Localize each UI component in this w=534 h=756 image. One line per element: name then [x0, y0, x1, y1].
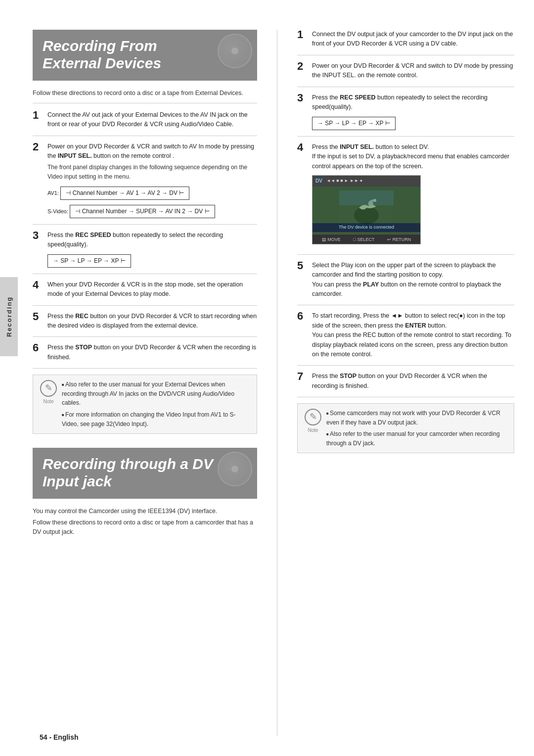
- left-column: Recording FromExternal Devices Follow th…: [33, 30, 257, 736]
- flow-sp: → SP → LP → EP → XP ⊢: [47, 252, 257, 268]
- dv-return: ↩ RETURN: [387, 236, 411, 243]
- note-label: Note: [39, 398, 58, 406]
- step-content: Press the REC SPEED button repeatedly to…: [312, 93, 514, 130]
- left-step-3: 3 Press the REC SPEED button repeatedly …: [33, 231, 257, 274]
- step-number: 3: [297, 92, 308, 130]
- dv-move: ▤ MOVE: [322, 236, 341, 243]
- right-step-1: 1 Connect the DV output jack of your cam…: [297, 30, 514, 55]
- page-footer: 54 - English: [40, 733, 79, 741]
- step-content: Power on your DVD Recorder & VCR and swi…: [47, 142, 257, 218]
- step-content: Connect the DV output jack of your camco…: [312, 30, 514, 49]
- step-number: 6: [33, 341, 44, 362]
- dv-select: □ SELECT: [354, 236, 375, 243]
- note-icon-right: ✎ Note: [304, 409, 322, 448]
- section2-intro2: Follow these directions to record onto a…: [33, 518, 257, 537]
- dv-bottom-bar: ▤ MOVE □ SELECT ↩ RETURN: [312, 234, 420, 244]
- section1-title: Recording FromExternal Devices: [43, 38, 247, 72]
- step-content: To start recording, Press the ◄► button …: [312, 311, 514, 359]
- dv-screen: DV ◄◄ ■ ■ ► ►► ●: [312, 175, 421, 244]
- right-note-box: ✎ Note Some camcorders may not work with…: [297, 403, 514, 453]
- note-item: Also refer to the user manual for your c…: [326, 429, 508, 448]
- dv-message: The DV device is connected: [312, 223, 420, 232]
- note-content-right: Some camcorders may not work with your D…: [326, 409, 508, 448]
- flow-sp-right: → SP → LP → EP → XP ⊢: [312, 114, 514, 130]
- flow-av1: AV1: ⊣ Channel Number → AV 1 → AV 2 → DV…: [47, 184, 257, 200]
- note-item: Also refer to the user manual for your E…: [62, 380, 251, 408]
- step-content: Press the INPUT SEL. button to select DV…: [312, 142, 514, 248]
- step-number: 2: [297, 60, 308, 81]
- note-icon: ✎ Note: [39, 380, 58, 428]
- svg-point-1: [354, 206, 379, 224]
- section2-header: Recording through a DVInput jack: [33, 448, 257, 499]
- step-content: When your DVD Recorder & VCR is in the s…: [47, 280, 257, 299]
- note-content: Also refer to the user manual for your E…: [62, 380, 251, 428]
- section1-header: Recording FromExternal Devices: [33, 30, 257, 81]
- left-step-1: 1 Connect the AV out jack of your Extern…: [33, 110, 257, 136]
- step-number: 5: [33, 310, 44, 331]
- step-text: Connect the AV out jack of your External…: [47, 111, 248, 128]
- section2-intro1: You may control the Camcorder using the …: [33, 507, 257, 516]
- step-content: Press the REC button on your DVD Recorde…: [47, 312, 257, 331]
- step-content: Power on your DVD Recorder & VCR and swi…: [312, 61, 514, 81]
- disc-watermark: [218, 34, 252, 68]
- step-number: 6: [297, 310, 308, 359]
- step-number: 7: [297, 370, 308, 391]
- step-content: Connect the AV out jack of your External…: [47, 110, 257, 130]
- svg-rect-3: [339, 190, 394, 205]
- right-column: 1 Connect the DV output jack of your cam…: [277, 30, 514, 736]
- step-number: 4: [33, 279, 44, 299]
- right-step-2: 2 Power on your DVD Recorder & VCR and s…: [297, 61, 514, 87]
- right-step-4: 4 Press the INPUT SEL. button to select …: [297, 142, 514, 255]
- right-step-5: 5 Select the Play icon on the upper part…: [297, 261, 514, 306]
- left-step-4: 4 When your DVD Recorder & VCR is in the…: [33, 280, 257, 306]
- dv-top-bar: DV ◄◄ ■ ■ ► ►► ●: [312, 176, 420, 187]
- step-content: Press the REC SPEED button repeatedly to…: [47, 231, 257, 268]
- step-content: Select the Play icon on the upper part o…: [312, 261, 514, 299]
- right-step-7: 7 Press the STOP button on your DVD Reco…: [297, 372, 514, 397]
- disc-watermark-2: [218, 452, 252, 486]
- note-item: For more information on changing the Vid…: [62, 410, 251, 428]
- note-symbol-right: ✎: [305, 409, 321, 425]
- section1-intro: Follow these directions to record onto a…: [33, 89, 257, 103]
- right-step-6: 6 To start recording, Press the ◄► butto…: [297, 311, 514, 366]
- page: Recording Recording FromExternal Devices…: [0, 0, 534, 756]
- step-number: 1: [33, 109, 44, 130]
- step-number: 3: [33, 229, 44, 268]
- note-item: Some camcorders may not work with your D…: [326, 409, 508, 427]
- step-subtext: The front panel display changes in the f…: [47, 163, 257, 181]
- step-number: 5: [297, 259, 308, 299]
- section2-title: Recording through a DVInput jack: [43, 456, 247, 490]
- left-step-2: 2 Power on your DVD Recorder & VCR and s…: [33, 142, 257, 225]
- left-step-6: 6 Press the STOP button on your DVD Reco…: [33, 343, 257, 369]
- note-symbol: ✎: [40, 380, 57, 397]
- left-step-5: 5 Press the REC button on your DVD Recor…: [33, 312, 257, 337]
- step-content: Press the STOP button on your DVD Record…: [47, 343, 257, 362]
- dv-controls: ◄◄ ■ ■ ► ►► ●: [326, 178, 362, 185]
- step-number: 1: [297, 28, 308, 49]
- step-content: Press the STOP button on your DVD Record…: [312, 372, 514, 391]
- right-step-3: 3 Press the REC SPEED button repeatedly …: [297, 93, 514, 137]
- flow-svideo: S-Video: ⊣ Channel Number → SUPER → AV I…: [47, 202, 257, 218]
- step-number: 2: [33, 141, 44, 218]
- side-tab-label: Recording: [5, 296, 13, 337]
- dv-label: DV: [315, 177, 322, 185]
- note-label-right: Note: [304, 426, 322, 434]
- side-tab-recording: Recording: [0, 277, 18, 356]
- step-number: 4: [297, 141, 308, 248]
- left-note-box: ✎ Note Also refer to the user manual for…: [33, 375, 257, 434]
